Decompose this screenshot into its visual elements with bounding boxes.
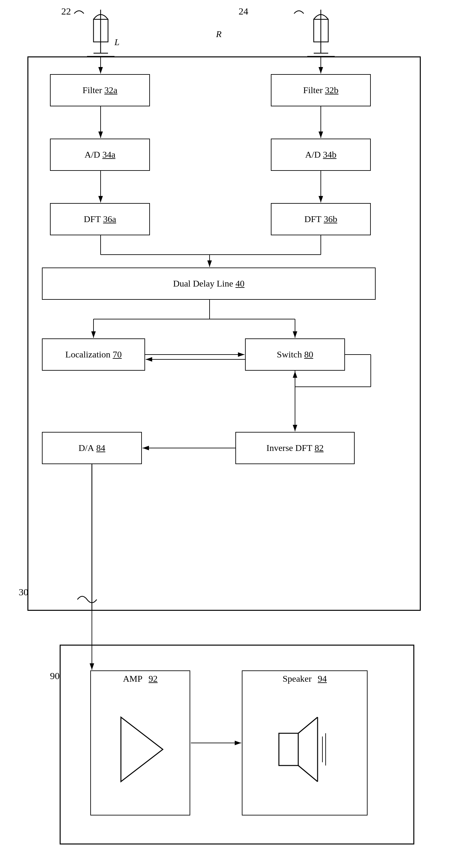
inverse-dft-ref: 82	[315, 443, 324, 453]
block-ad-a: A/D 34a	[50, 138, 150, 171]
filter-a-ref: 32a	[104, 85, 117, 95]
block-ad-b: A/D 34b	[271, 138, 371, 171]
ref-24: 24	[239, 6, 248, 17]
diagram: 22 24 L R Filter 32a Filter 32b A/D 34a …	[0, 0, 453, 868]
localization-ref: 70	[113, 349, 122, 360]
label-R: R	[216, 29, 221, 39]
block-switch: Switch 80	[245, 338, 345, 371]
ref-90: 90	[50, 671, 60, 681]
switch-label: Switch	[277, 349, 302, 360]
inverse-dft-label: Inverse DFT	[266, 443, 312, 453]
svg-rect-1	[279, 733, 298, 766]
block-da: D/A 84	[42, 432, 142, 464]
dft-a-label: DFT	[84, 214, 101, 224]
label-L: L	[115, 37, 120, 48]
ref-30: 30	[19, 587, 28, 597]
filter-a-label: Filter	[83, 85, 102, 95]
ad-b-label: A/D	[305, 150, 321, 160]
ad-a-label: A/D	[85, 150, 100, 160]
da-ref: 84	[96, 443, 105, 453]
ad-b-ref: 34b	[323, 150, 337, 160]
amp-ref: 92	[149, 674, 158, 684]
dual-delay-label: Dual Delay Line	[173, 278, 234, 289]
dual-delay-ref: 40	[235, 278, 244, 289]
amp-symbol	[115, 711, 166, 788]
amp-label: AMP	[123, 674, 143, 684]
speaker-symbol	[272, 711, 337, 788]
filter-b-ref: 32b	[325, 85, 338, 95]
dft-b-label: DFT	[304, 214, 322, 224]
block-speaker: Speaker 94	[242, 671, 368, 815]
ref-22: 22	[61, 6, 71, 17]
dft-b-ref: 36b	[324, 214, 337, 224]
block-dft-a: DFT 36a	[50, 203, 150, 235]
svg-line-2	[298, 717, 318, 733]
block-localization: Localization 70	[42, 338, 145, 371]
svg-marker-0	[121, 717, 163, 782]
speaker-ref: 94	[318, 674, 327, 684]
dft-a-ref: 36a	[103, 214, 116, 224]
svg-line-3	[298, 766, 318, 782]
block-filter-a: Filter 32a	[50, 74, 150, 106]
block-dft-b: DFT 36b	[271, 203, 371, 235]
block-filter-b: Filter 32b	[271, 74, 371, 106]
ad-a-ref: 34a	[102, 150, 115, 160]
block-dual-delay: Dual Delay Line 40	[42, 268, 375, 300]
filter-b-label: Filter	[303, 85, 323, 95]
da-label: D/A	[78, 443, 94, 453]
localization-label: Localization	[65, 349, 111, 360]
switch-ref: 80	[304, 349, 313, 360]
block-amp: AMP 92	[90, 671, 190, 815]
speaker-label: Speaker	[282, 674, 311, 684]
block-inverse-dft: Inverse DFT 82	[235, 432, 355, 464]
